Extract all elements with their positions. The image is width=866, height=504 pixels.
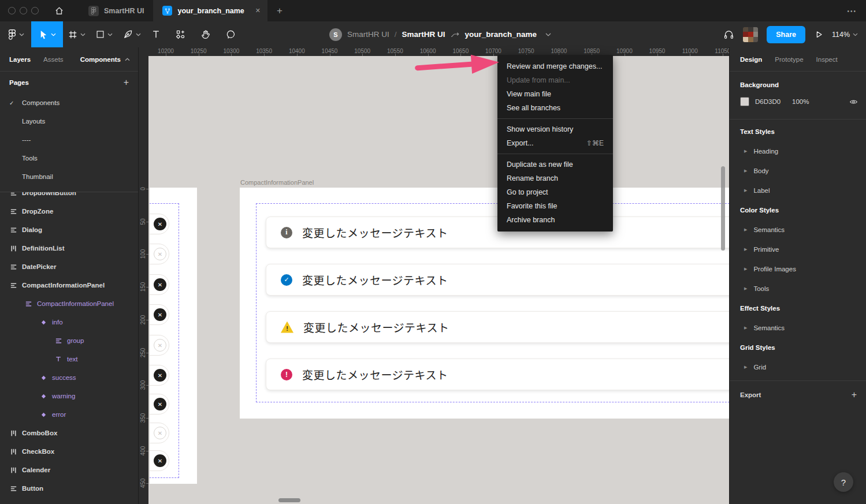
new-tab-button[interactable]: + [277, 5, 283, 17]
vertical-scrollbar[interactable] [721, 166, 725, 251]
move-tool-button[interactable] [31, 21, 63, 47]
background-opacity[interactable]: 100% [792, 98, 809, 105]
traffic-lights[interactable] [0, 7, 49, 14]
tab-layers[interactable]: Layers [9, 56, 31, 63]
zoom-window-icon[interactable] [31, 7, 39, 14]
layer-row[interactable]: CheckBox [0, 442, 138, 461]
menu-item[interactable]: Favorite this file [497, 199, 613, 213]
close-badge-icon: ✕ [154, 398, 166, 410]
background-hex[interactable]: D6D3D0 [755, 98, 792, 105]
style-item[interactable]: ▶Semantics [730, 318, 866, 338]
visibility-eye-icon[interactable] [849, 98, 858, 106]
menu-item[interactable]: Duplicate as new file [497, 158, 613, 171]
page-item[interactable]: Thumbnail [0, 167, 138, 186]
menu-item[interactable]: Rename branch [497, 171, 613, 185]
menu-item[interactable]: Export...⇧⌘E [497, 136, 613, 150]
add-page-button[interactable]: + [124, 77, 129, 88]
breadcrumb-team[interactable]: SmartHR UI [347, 30, 389, 39]
message-text: 変更したメッセージテキスト [302, 225, 448, 240]
canvas[interactable]: ✕✕✕✕✕✕✕✕✕ CompactInformationPanel i変更したメ… [139, 47, 729, 504]
layer-row[interactable]: DatePicker [0, 257, 138, 276]
tab-assets[interactable]: Assets [43, 56, 64, 63]
page-item[interactable]: Tools [0, 149, 138, 167]
style-item[interactable]: ▶Primitive [730, 240, 866, 259]
present-play-icon[interactable] [814, 29, 823, 39]
layer-row[interactable]: Calender [0, 461, 138, 479]
layer-row[interactable]: CompactInformationPanel [0, 294, 138, 313]
pen-tool-button[interactable] [118, 21, 146, 47]
resources-tool-button[interactable] [170, 21, 191, 47]
layer-row[interactable]: success [0, 368, 138, 387]
layer-row[interactable]: text [0, 350, 138, 368]
ruler-tick [146, 483, 148, 484]
tab-components[interactable]: Components [80, 56, 130, 63]
user-avatar[interactable] [743, 27, 758, 42]
layer-row[interactable]: Dialog [0, 221, 138, 239]
ruler-tick [146, 222, 148, 222]
close-tab-icon[interactable]: ✕ [255, 7, 261, 14]
breadcrumb-file[interactable]: SmartHR UI [402, 30, 445, 39]
text-tool-button[interactable] [146, 21, 166, 47]
audio-headphones-icon[interactable] [723, 29, 734, 40]
add-export-button[interactable]: + [852, 390, 857, 400]
layer-row[interactable]: Button [0, 479, 138, 498]
tab-design[interactable]: Design [740, 56, 762, 63]
zoom-control[interactable]: 114% [832, 31, 858, 39]
layer-row[interactable]: info [0, 313, 138, 331]
share-button[interactable]: Share [767, 26, 805, 43]
menu-item[interactable]: See all branches [497, 101, 613, 115]
layer-label: ComboBox [22, 430, 57, 436]
frame-tool-button[interactable] [63, 21, 91, 47]
page-item[interactable]: ---- [0, 130, 138, 149]
horizontal-scrollbar[interactable] [278, 498, 300, 502]
frame-title[interactable]: CompactInformationPanel [240, 179, 314, 186]
style-item[interactable]: ▶Label [730, 181, 866, 200]
menu-item[interactable]: Show version history [497, 122, 613, 136]
text-icon [54, 355, 62, 363]
style-item[interactable]: ▶Semantics [730, 220, 866, 240]
page-item[interactable]: Layouts [0, 112, 138, 130]
chevron-down-icon[interactable] [545, 33, 551, 36]
ruler-left[interactable]: 050100150200250300350400450 [139, 47, 148, 504]
close-window-icon[interactable] [8, 7, 16, 14]
page-item[interactable]: ✓Components [0, 94, 138, 112]
layer-row[interactable]: CompactInformationPanel [0, 276, 138, 294]
minimize-window-icon[interactable] [20, 7, 27, 14]
style-item[interactable]: ▶Tools [730, 279, 866, 298]
frame-compact-information-panel[interactable]: i変更したメッセージテキスト✓変更したメッセージテキスト!変更したメッセージテキ… [240, 188, 729, 419]
message-card-warning[interactable]: !変更したメッセージテキスト [266, 311, 729, 343]
menu-item[interactable]: Go to project [497, 185, 613, 199]
layer-row[interactable]: group [0, 331, 138, 350]
style-item[interactable]: ▶Heading [730, 141, 866, 161]
layer-row[interactable]: DefinitionList [0, 239, 138, 257]
layer-row[interactable]: error [0, 405, 138, 424]
tab-smarthr-ui[interactable]: SmartHR UI [79, 0, 153, 21]
layer-row[interactable]: DropdownButton [0, 192, 138, 202]
menu-item[interactable]: Archive branch [497, 213, 613, 227]
home-button[interactable] [49, 0, 69, 21]
color-swatch[interactable] [740, 97, 749, 106]
layer-row[interactable]: DropZone [0, 202, 138, 221]
menu-item[interactable]: Review and merge changes... [497, 59, 613, 73]
tab-inspect[interactable]: Inspect [816, 56, 838, 63]
window-more-icon[interactable]: ••• [847, 8, 857, 14]
team-avatar[interactable]: S [329, 28, 342, 41]
hand-tool-button[interactable] [195, 21, 216, 47]
help-button[interactable]: ? [834, 472, 853, 492]
main-menu-button[interactable] [0, 21, 31, 47]
style-item[interactable]: ▶Profile Images [730, 259, 866, 279]
tab-your-branch-name[interactable]: your_branch_name ✕ [153, 0, 267, 21]
breadcrumb-branch[interactable]: your_branch_name [465, 30, 537, 39]
ruler-tick [146, 418, 148, 419]
style-item[interactable]: ▶Body [730, 161, 866, 181]
layer-row[interactable]: ComboBox [0, 424, 138, 442]
message-card-success[interactable]: ✓変更したメッセージテキスト [266, 264, 729, 296]
comment-tool-button[interactable] [221, 21, 241, 47]
tab-prototype[interactable]: Prototype [775, 56, 803, 63]
layer-row[interactable]: warning [0, 387, 138, 405]
shape-tool-button[interactable] [91, 21, 118, 47]
frame-partial-left[interactable]: ✕✕✕✕✕✕✕✕✕ [150, 188, 197, 484]
style-item[interactable]: ▶Grid [730, 357, 866, 377]
menu-item[interactable]: View main file [497, 87, 613, 101]
message-card-error[interactable]: !変更したメッセージテキスト [266, 359, 729, 390]
